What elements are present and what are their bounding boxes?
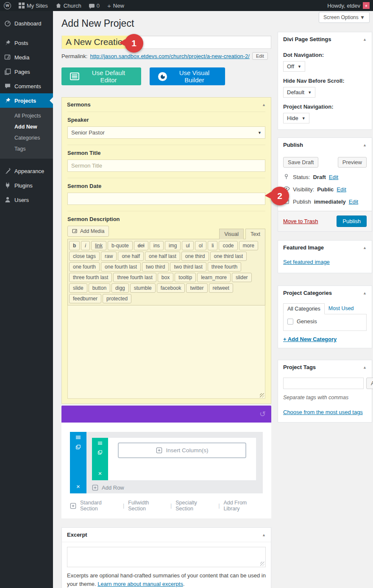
sidebar-item-users[interactable]: Users <box>0 193 53 207</box>
quicktag-button[interactable]: twitter <box>186 283 207 293</box>
set-featured-image-link[interactable]: Set featured image <box>283 259 330 265</box>
add-new-category-link[interactable]: + Add New Category <box>283 336 337 342</box>
quicktag-button[interactable]: link <box>91 241 106 250</box>
sidebar-item-comments[interactable]: Comments <box>0 79 53 93</box>
tab-all-categories[interactable]: All Categories <box>283 303 325 314</box>
add-tag-button[interactable]: Add <box>366 378 373 389</box>
quicktag-button[interactable]: del <box>134 241 148 250</box>
quicktag-button[interactable]: one fourth <box>69 262 100 272</box>
quicktag-button[interactable]: box <box>158 273 173 282</box>
quicktag-button[interactable]: three fourth last <box>113 273 156 282</box>
quicktag-button[interactable]: b <box>69 241 80 250</box>
quicktag-button[interactable]: raw <box>101 252 117 261</box>
collapse-toggle-icon[interactable]: ▲ <box>363 365 367 370</box>
site-menu[interactable]: Church <box>52 0 85 11</box>
excerpt-textarea[interactable] <box>67 547 266 567</box>
collapse-toggle-icon[interactable]: ▲ <box>363 37 367 42</box>
edit-visibility-link[interactable]: Edit <box>337 186 346 193</box>
screen-options-button[interactable]: Screen Options ▼ <box>319 12 370 23</box>
tab-text[interactable]: Text <box>245 229 265 239</box>
sidebar-item-projects[interactable]: Projects <box>0 93 53 108</box>
permalink-edit-button[interactable]: Edit <box>252 52 268 60</box>
quicktag-button[interactable]: button <box>89 283 110 293</box>
speaker-select[interactable]: Senior Pastor ▼ <box>67 126 265 139</box>
collapse-toggle-icon[interactable]: ▲ <box>363 246 367 250</box>
new-content-menu[interactable]: + New <box>103 0 128 11</box>
quicktag-button[interactable]: one half last <box>145 252 180 261</box>
submenu-all-projects[interactable]: All Projects <box>0 110 53 121</box>
undo-icon[interactable]: ↺ <box>259 409 266 419</box>
move-to-trash-link[interactable]: Move to Trash <box>283 218 318 224</box>
quicktag-button[interactable]: img <box>165 241 181 250</box>
quicktag-button[interactable]: one third <box>181 252 209 261</box>
quicktag-button[interactable]: slide <box>69 283 87 293</box>
sidebar-item-dashboard[interactable]: Dashboard <box>0 16 53 31</box>
sermon-title-input[interactable] <box>67 160 265 172</box>
collapse-toggle-icon[interactable]: ▲ <box>262 103 266 107</box>
quicktag-button[interactable]: stumble <box>130 283 156 293</box>
user-avatar[interactable]: * <box>363 2 370 9</box>
quicktag-button[interactable]: i <box>81 241 90 250</box>
quicktag-button[interactable]: learn_more <box>197 273 231 282</box>
delete-section-icon[interactable]: × <box>76 483 80 490</box>
quicktag-button[interactable]: tooltip <box>175 273 196 282</box>
project-navigation-select[interactable]: Hide ▼ <box>283 113 309 123</box>
preview-button[interactable]: Preview <box>338 157 367 168</box>
sidebar-item-plugins[interactable]: Plugins <box>0 178 53 193</box>
add-row-button[interactable]: Add Row <box>92 484 256 491</box>
comments-menu[interactable]: 0 <box>85 0 103 11</box>
title-input[interactable]: A New Creation <box>61 36 271 49</box>
use-visual-builder-button[interactable]: Use Visual Builder <box>150 67 225 85</box>
collapse-toggle-icon[interactable]: ▲ <box>363 291 367 295</box>
quicktag-button[interactable]: three fourth last <box>69 273 112 282</box>
quicktag-button[interactable]: two third last <box>170 262 206 272</box>
tab-most-used[interactable]: Most Used <box>325 303 358 314</box>
sermon-description-textarea[interactable] <box>67 305 265 399</box>
quicktag-button[interactable]: one third last <box>210 252 247 261</box>
category-checkbox[interactable] <box>287 319 293 325</box>
howdy-label[interactable]: Howdy, etdev <box>327 3 360 9</box>
use-default-editor-button[interactable]: Use Default Editor <box>61 67 141 85</box>
insert-columns-button[interactable]: Insert Column(s) <box>118 442 247 458</box>
quicktag-button[interactable]: two third <box>142 262 169 272</box>
sermon-date-input[interactable] <box>67 193 265 205</box>
duplicate-icon[interactable] <box>75 444 81 450</box>
add-media-button[interactable]: Add Media <box>67 226 109 237</box>
submenu-add-new[interactable]: Add New <box>0 121 53 132</box>
quicktag-button[interactable]: facebook <box>157 283 185 293</box>
quicktag-button[interactable]: ul <box>182 241 193 250</box>
specialty-section-link[interactable]: Specialty Section <box>175 500 214 512</box>
sidebar-item-posts[interactable]: Posts <box>0 36 53 50</box>
sidebar-item-pages[interactable]: Pages <box>0 64 53 79</box>
delete-row-icon[interactable]: × <box>98 470 102 476</box>
resize-handle[interactable] <box>260 393 264 398</box>
sidebar-item-media[interactable]: Media <box>0 50 53 64</box>
quicktag-button[interactable]: code <box>219 241 237 250</box>
duplicate-icon[interactable] <box>97 450 103 455</box>
quicktag-button[interactable]: protected <box>103 294 131 303</box>
drag-handle-icon[interactable] <box>97 441 103 446</box>
quicktag-button[interactable]: three fourth <box>208 262 241 272</box>
hide-nav-select[interactable]: Default ▼ <box>283 87 315 98</box>
quicktag-button[interactable]: one half <box>118 252 144 261</box>
new-tag-input[interactable] <box>283 378 364 389</box>
permalink-url[interactable]: http://jason.sandbox.etdevs.com/church/p… <box>90 53 249 59</box>
save-draft-button[interactable]: Save Draft <box>283 157 318 168</box>
quicktag-button[interactable]: b-quote <box>108 241 133 250</box>
quicktag-button[interactable]: retweet <box>209 283 233 293</box>
edit-status-link[interactable]: Edit <box>329 174 338 180</box>
fullwidth-section-link[interactable]: Fullwidth Section <box>128 500 167 512</box>
edit-publish-time-link[interactable]: Edit <box>349 199 358 205</box>
quicktag-button[interactable]: close tags <box>69 252 100 261</box>
choose-most-used-link[interactable]: Choose from the most used tags <box>283 409 363 415</box>
my-sites-menu[interactable]: My Sites <box>15 0 52 11</box>
drag-handle-icon[interactable] <box>75 435 81 440</box>
learn-more-link[interactable]: Learn more about manual excerpts <box>97 581 183 587</box>
publish-button[interactable]: Publish <box>337 216 367 227</box>
quicktag-button[interactable]: feedburner <box>69 294 101 303</box>
submenu-tags[interactable]: Tags <box>0 143 53 154</box>
quicktag-button[interactable]: ol <box>195 241 206 250</box>
add-from-library-link[interactable]: Add From Library <box>223 500 263 512</box>
quicktag-button[interactable]: more <box>239 241 258 250</box>
resize-handle[interactable] <box>260 562 264 566</box>
